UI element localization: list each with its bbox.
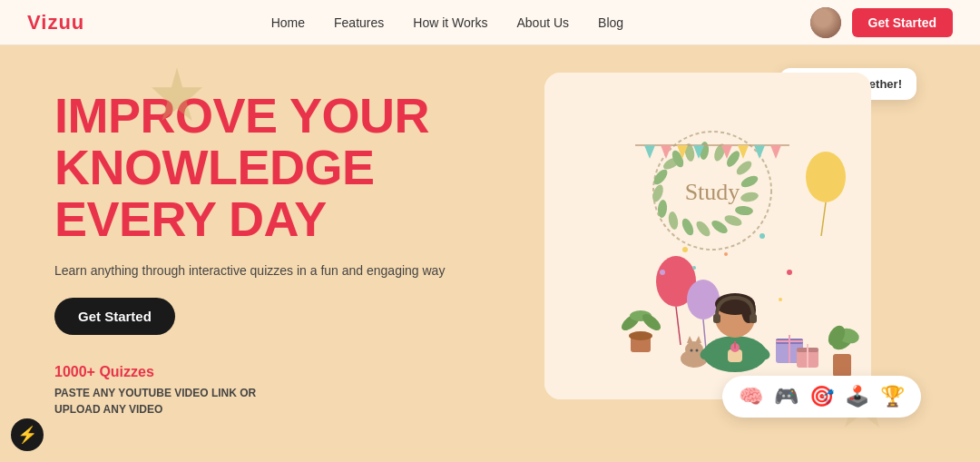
hero-subtitle: Learn anything through interactive quizz… (54, 263, 508, 278)
nav-cta-button[interactable]: Get Started (852, 8, 953, 37)
hero-title: IMPROVE YOUR KNOWLEDGE EVERY DAY (54, 90, 508, 244)
nav-item-home[interactable]: Home (271, 15, 305, 31)
study-illustration: Study (544, 73, 871, 399)
logo: Vizuu (27, 11, 84, 34)
navbar: Vizuu Home Features How it Works About U… (0, 0, 980, 45)
svg-point-48 (696, 349, 699, 351)
hero-right: Let's quiz together! (544, 64, 907, 445)
svg-rect-54 (750, 314, 757, 323)
svg-rect-60 (734, 341, 736, 349)
svg-point-72 (724, 252, 728, 256)
nav-right: Get Started (810, 7, 953, 38)
svg-text:Study: Study (685, 179, 740, 205)
study-card: Study (544, 73, 871, 399)
hero-cta-button[interactable]: Get Started (54, 298, 175, 335)
svg-point-69 (760, 233, 765, 239)
nav-link-about-us[interactable]: About Us (516, 15, 569, 30)
svg-point-34 (687, 280, 720, 319)
star-decoration-top-left (145, 64, 209, 127)
nav-item-about-us[interactable]: About Us (516, 15, 569, 31)
quizzes-desc-line2: UPLOAD ANY VIDEO (54, 403, 162, 416)
nav-links: Home Features How it Works About Us Blog (271, 15, 623, 31)
quizzes-count: 1000+ Quizzes (54, 364, 508, 380)
flash-button[interactable]: ⚡ (11, 418, 44, 451)
icon-trophy: 🏆 (880, 385, 905, 408)
hero-title-line3: EVERY DAY (54, 192, 327, 246)
icon-controller: 🕹️ (845, 385, 869, 408)
hero-quizzes: 1000+ Quizzes PASTE ANY YOUTUBE VIDEO LI… (54, 364, 508, 418)
svg-rect-53 (713, 314, 720, 323)
nav-link-features[interactable]: Features (334, 15, 384, 30)
hero-title-line2: KNOWLEDGE (54, 140, 375, 194)
hero-section: IMPROVE YOUR KNOWLEDGE EVERY DAY Learn a… (0, 45, 980, 462)
hero-title-line1: IMPROVE YOUR (54, 88, 429, 143)
nav-item-features[interactable]: Features (334, 15, 384, 31)
quizzes-desc-line1: PASTE ANY YOUTUBE VIDEO LINK OR (54, 387, 256, 399)
nav-item-blog[interactable]: Blog (598, 15, 623, 31)
nav-link-home[interactable]: Home (271, 15, 305, 30)
svg-point-71 (660, 270, 665, 275)
svg-point-47 (691, 349, 693, 351)
quizzes-desc: PASTE ANY YOUTUBE VIDEO LINK OR UPLOAD A… (54, 385, 508, 418)
flash-icon: ⚡ (17, 425, 37, 445)
icon-game: 🎮 (774, 385, 799, 408)
icon-target: 🎯 (809, 385, 834, 408)
svg-point-68 (682, 247, 688, 252)
avatar[interactable] (810, 7, 841, 38)
icons-bubble: 🧠 🎮 🎯 🕹️ 🏆 (722, 376, 921, 418)
hero-left: IMPROVE YOUR KNOWLEDGE EVERY DAY Learn a… (54, 90, 508, 417)
svg-point-74 (692, 266, 696, 270)
icon-brain: 🧠 (739, 385, 763, 408)
svg-point-39 (629, 331, 652, 340)
nav-link-blog[interactable]: Blog (598, 15, 623, 30)
svg-point-36 (806, 152, 846, 202)
svg-rect-75 (833, 354, 851, 377)
svg-point-70 (787, 270, 792, 275)
svg-point-73 (779, 298, 782, 301)
nav-link-how-it-works[interactable]: How it Works (413, 15, 487, 30)
svg-marker-0 (152, 67, 202, 121)
nav-item-how-it-works[interactable]: How it Works (413, 15, 487, 31)
